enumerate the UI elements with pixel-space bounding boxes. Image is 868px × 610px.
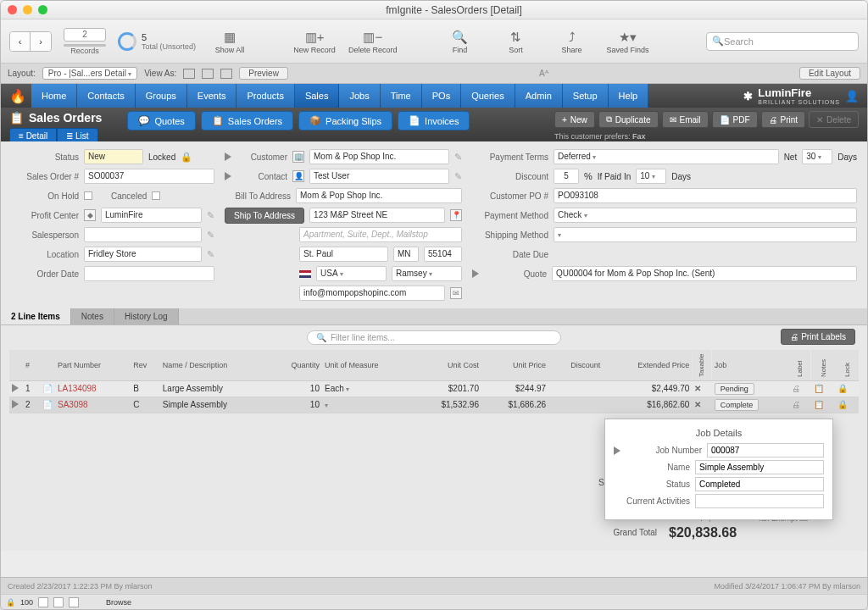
nav-setup[interactable]: Setup bbox=[563, 84, 609, 108]
view-form-icon[interactable] bbox=[183, 69, 195, 79]
lock-row-icon[interactable]: 🔒 bbox=[837, 400, 848, 409]
onhold-checkbox[interactable] bbox=[84, 191, 92, 200]
view-table-icon[interactable] bbox=[220, 69, 232, 79]
jobstatus-field[interactable] bbox=[695, 477, 824, 491]
row-doc-icon[interactable]: 📄 bbox=[42, 384, 53, 393]
row-doc-icon[interactable]: 📄 bbox=[42, 400, 53, 409]
map-icon[interactable]: 📍 bbox=[450, 209, 462, 221]
part-number[interactable]: LA134098 bbox=[55, 380, 131, 396]
profit-icon[interactable]: ◆ bbox=[84, 209, 96, 221]
goto-job-icon[interactable] bbox=[614, 446, 620, 455]
jobname-field[interactable] bbox=[695, 460, 824, 474]
new-button[interactable]: + New bbox=[554, 111, 595, 128]
close-window-button[interactable] bbox=[8, 5, 17, 14]
billto-company[interactable]: Mom & Pop Shop Inc. bbox=[296, 188, 462, 203]
app-logo-icon[interactable]: 🔥 bbox=[4, 84, 31, 108]
customer-field[interactable]: Mom & Pop Shop Inc. bbox=[309, 149, 449, 164]
col-uprice[interactable]: Unit Price bbox=[481, 350, 548, 380]
filter-input[interactable]: 🔍 Filter line items... bbox=[307, 330, 561, 345]
shipto-button[interactable]: Ship To Address bbox=[225, 208, 304, 224]
search-input[interactable]: 🔍 Search bbox=[706, 32, 859, 51]
lock-row-icon[interactable]: 🔒 bbox=[837, 384, 848, 393]
zoom-out-icon[interactable] bbox=[38, 597, 48, 607]
packing-slips-pill[interactable]: 📦 Packing Slips bbox=[298, 111, 392, 130]
apt-field[interactable]: Apartment, Suite, Dept., Mailstop bbox=[299, 227, 462, 242]
location-field[interactable]: Fridley Store bbox=[84, 247, 202, 262]
email-icon[interactable]: ✉ bbox=[450, 287, 462, 299]
tab-line-items[interactable]: 2 Line Items bbox=[1, 308, 71, 324]
city-field[interactable]: St. Paul bbox=[299, 247, 388, 262]
duplicate-button[interactable]: ⧉ Duplicate bbox=[598, 111, 659, 128]
nav-pos[interactable]: POs bbox=[422, 84, 461, 108]
invoices-pill[interactable]: 📄 Invoices bbox=[398, 111, 470, 130]
street-field[interactable]: 123 M&P Street NE bbox=[309, 208, 445, 223]
col-uom[interactable]: Unit of Measure bbox=[322, 350, 415, 380]
col-rev[interactable]: Rev bbox=[131, 350, 159, 380]
tax-toggle[interactable]: ✕ bbox=[694, 384, 701, 393]
print-button[interactable]: 🖨 Print bbox=[761, 111, 806, 128]
status-field[interactable]: New bbox=[84, 149, 143, 164]
quotes-pill[interactable]: 💬 Quotes bbox=[127, 111, 195, 130]
notes-row-icon[interactable]: 📋 bbox=[814, 400, 824, 409]
salesperson-field[interactable] bbox=[84, 227, 202, 242]
col-job[interactable]: Job bbox=[712, 350, 790, 380]
forward-button[interactable]: › bbox=[31, 32, 51, 51]
job-status-button[interactable]: Complete bbox=[715, 399, 760, 411]
saved-finds-button[interactable]: ★▾Saved Finds bbox=[606, 29, 650, 54]
goto-customer-icon[interactable] bbox=[225, 152, 231, 161]
new-record-button[interactable]: ▥+New Record bbox=[292, 29, 337, 54]
col-part[interactable]: Part Number bbox=[55, 350, 131, 380]
row-goto-icon[interactable] bbox=[12, 400, 19, 408]
customer-icon[interactable]: 🏢 bbox=[292, 151, 304, 163]
maximize-window-button[interactable] bbox=[38, 5, 47, 14]
print-row-icon[interactable]: 🖨 bbox=[792, 400, 800, 409]
col-label[interactable]: Label bbox=[789, 350, 810, 380]
layout-selector[interactable]: Pro - |Sal...ers Detail bbox=[42, 67, 137, 80]
paidin-days-field[interactable]: 10 bbox=[636, 169, 666, 184]
col-ucost[interactable]: Unit Cost bbox=[415, 350, 481, 380]
view-list-icon[interactable] bbox=[202, 69, 214, 79]
zoom-in-icon[interactable] bbox=[53, 597, 64, 607]
pdf-button[interactable]: 📄 PDF bbox=[712, 111, 758, 128]
edit-location-icon[interactable]: ✎ bbox=[207, 249, 214, 260]
nav-home[interactable]: Home bbox=[31, 84, 77, 108]
edit-profit-icon[interactable]: ✎ bbox=[207, 210, 214, 221]
sales-orders-pill[interactable]: 📋 Sales Orders bbox=[201, 111, 293, 130]
col-ext[interactable]: Extended Price bbox=[603, 350, 692, 380]
delete-button[interactable]: ✕ Delete bbox=[809, 111, 859, 128]
col-disc[interactable]: Discount bbox=[548, 350, 603, 380]
shipmethod-field[interactable] bbox=[554, 227, 857, 242]
zoom-level[interactable]: 100 bbox=[20, 598, 33, 607]
find-button[interactable]: 🔍Find bbox=[438, 29, 482, 54]
canceled-checkbox[interactable] bbox=[152, 191, 160, 200]
custpo-field[interactable]: PO093108 bbox=[554, 188, 857, 203]
terms-field[interactable]: Deferred bbox=[554, 149, 779, 164]
paymethod-field[interactable]: Check bbox=[554, 208, 857, 223]
tax-toggle[interactable]: ✕ bbox=[694, 400, 701, 409]
col-name[interactable]: Name / Description bbox=[160, 350, 270, 380]
nav-jobs[interactable]: Jobs bbox=[339, 84, 380, 108]
goto-quote-icon[interactable] bbox=[472, 269, 479, 278]
nav-contacts[interactable]: Contacts bbox=[77, 84, 135, 108]
contact-icon[interactable]: 👤 bbox=[292, 170, 304, 182]
print-labels-button[interactable]: 🖨 Print Labels bbox=[781, 329, 855, 345]
share-button[interactable]: ⤴Share bbox=[550, 29, 594, 54]
orderdate-field[interactable] bbox=[84, 266, 214, 281]
goto-contact-icon[interactable] bbox=[225, 172, 231, 180]
net-days-field[interactable]: 30 bbox=[802, 149, 832, 164]
nav-help[interactable]: Help bbox=[609, 84, 649, 108]
edit-layout-button[interactable]: Edit Layout bbox=[799, 67, 860, 80]
minimize-window-button[interactable] bbox=[23, 5, 32, 14]
edit-customer-icon[interactable]: ✎ bbox=[454, 152, 462, 163]
col-lock[interactable]: Lock bbox=[835, 350, 859, 380]
found-set-pie-icon[interactable] bbox=[118, 32, 136, 51]
discount-field[interactable]: 5 bbox=[554, 169, 579, 184]
col-tax[interactable]: Taxable bbox=[692, 350, 711, 380]
back-button[interactable]: ‹ bbox=[10, 32, 31, 51]
nav-sales[interactable]: Sales bbox=[295, 84, 340, 108]
sort-button[interactable]: ⇅Sort bbox=[494, 29, 538, 54]
tab-history[interactable]: History Log bbox=[114, 308, 179, 324]
zip-field[interactable]: 55104 bbox=[424, 247, 462, 262]
delete-record-button[interactable]: ▥−Delete Record bbox=[348, 29, 398, 54]
col-notes[interactable]: Notes bbox=[811, 350, 835, 380]
